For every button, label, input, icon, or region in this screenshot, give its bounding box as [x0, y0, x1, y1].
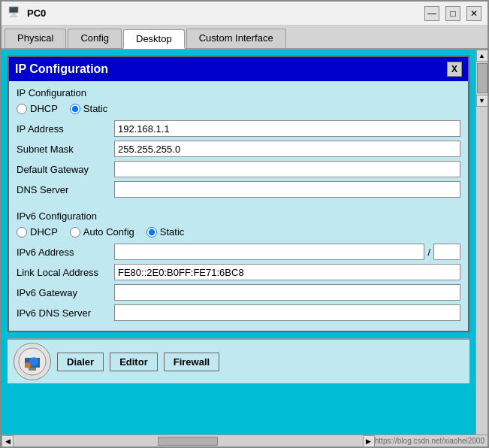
default-gateway-label: Default Gateway — [17, 164, 114, 175]
pc-icon — [14, 343, 51, 380]
title-bar-left: 🖥️ PC0 — [8, 6, 46, 21]
ip-config-header: IP Configuration X — [9, 57, 468, 81]
tab-config[interactable]: Config — [68, 29, 122, 48]
hscroll-track — [14, 435, 363, 446]
ipv6-dhcp-radio[interactable] — [17, 227, 27, 238]
auto-config-radio[interactable] — [70, 227, 80, 238]
dns-server-row: DNS Server — [17, 181, 460, 198]
ipv6-dns-row: IPv6 DNS Server — [17, 304, 460, 321]
default-gateway-row: Default Gateway — [17, 161, 460, 177]
ipv6-prefix-input[interactable] — [433, 244, 460, 260]
section-divider — [17, 201, 460, 210]
static-label: Static — [83, 103, 108, 114]
ipv4-mode-row: DHCP Static — [17, 103, 460, 114]
ipv6-static-label: Static — [160, 226, 185, 238]
ipv6-dns-input[interactable] — [114, 304, 460, 321]
vertical-scrollbar[interactable]: ▲ ▼ — [475, 50, 487, 434]
ipv6-dns-label: IPv6 DNS Server — [17, 307, 114, 319]
main-panel: IP Configuration X IP Configuration DHCP — [2, 50, 475, 434]
subnet-mask-input[interactable] — [114, 141, 460, 157]
content-area: IP Configuration X IP Configuration DHCP — [2, 50, 487, 434]
ip-address-input[interactable] — [114, 120, 460, 137]
subnet-mask-label: Subnet Mask — [17, 144, 114, 155]
ipv6-dhcp-option[interactable]: DHCP — [17, 226, 58, 238]
tab-custom-interface[interactable]: Custom Interface — [186, 29, 286, 48]
subnet-mask-row: Subnet Mask — [17, 141, 460, 157]
ipv6-gateway-input[interactable] — [114, 284, 460, 301]
auto-config-option[interactable]: Auto Config — [70, 226, 134, 238]
ipv6-static-option[interactable]: Static — [146, 226, 185, 238]
ip-config-title: IP Configuration — [15, 62, 108, 76]
link-local-label: Link Local Address — [17, 267, 114, 278]
app-icon: 🖥️ — [8, 6, 23, 21]
ipv6-static-radio[interactable] — [146, 227, 157, 238]
dhcp-option[interactable]: DHCP — [17, 103, 58, 114]
close-button[interactable]: ✕ — [466, 6, 481, 21]
dhcp-radio[interactable] — [17, 104, 27, 114]
ipv6-address-row: IPv6 Address / — [17, 244, 460, 260]
firewall-button[interactable]: Firewall — [164, 353, 219, 371]
ip-config-dialog: IP Configuration X IP Configuration DHCP — [8, 56, 469, 332]
ip-config-body: IP Configuration DHCP Static IP Address — [9, 81, 468, 331]
ipv6-address-label: IPv6 Address — [17, 247, 114, 258]
auto-config-label: Auto Config — [83, 226, 134, 238]
scroll-down-button[interactable]: ▼ — [476, 95, 488, 107]
bottom-toolbar: Dialer Editor Firewall — [8, 338, 469, 383]
slash-separator: / — [427, 247, 430, 258]
title-bar: 🖥️ PC0 — □ ✕ — [2, 2, 487, 26]
dns-server-label: DNS Server — [17, 184, 114, 195]
section1-title: IP Configuration — [17, 87, 460, 98]
tab-desktop[interactable]: Desktop — [123, 29, 185, 49]
dhcp-label: DHCP — [30, 103, 58, 114]
window-title: PC0 — [27, 8, 46, 19]
ipv6-dhcp-label: DHCP — [30, 226, 58, 238]
dns-server-input[interactable] — [114, 181, 460, 198]
pc-icon-svg — [17, 347, 47, 377]
ipv6-gateway-label: IPv6 Gateway — [17, 287, 114, 298]
main-window: 🖥️ PC0 — □ ✕ Physical Config Desktop Cus… — [0, 0, 489, 448]
ipv6-address-input[interactable] — [114, 244, 424, 260]
static-radio[interactable] — [70, 104, 80, 114]
link-local-row: Link Local Address — [17, 264, 460, 280]
minimize-button[interactable]: — — [424, 6, 439, 21]
default-gateway-input[interactable] — [114, 161, 460, 177]
hscroll-right-button[interactable]: ▶ — [363, 435, 375, 447]
ipv6-address-inputs: / — [114, 244, 460, 260]
maximize-button[interactable]: □ — [445, 6, 460, 21]
watermark: https://blog.csdn.net/xiaohei2000 — [375, 437, 484, 445]
link-local-input[interactable] — [114, 264, 460, 280]
static-option[interactable]: Static — [70, 103, 108, 114]
ip-address-label: IP Address — [17, 123, 114, 135]
section2-title: IPv6 Configuration — [17, 210, 460, 222]
svg-point-2 — [29, 357, 38, 366]
ipv6-gateway-row: IPv6 Gateway — [17, 284, 460, 301]
hscroll-thumb[interactable] — [158, 437, 218, 446]
dialer-button[interactable]: Dialer — [57, 353, 104, 371]
title-controls: — □ ✕ — [424, 6, 481, 21]
ip-config-close-button[interactable]: X — [447, 62, 462, 77]
scroll-thumb[interactable] — [477, 63, 487, 93]
horizontal-scrollbar[interactable]: ◀ ▶ https://blog.csdn.net/xiaohei2000 — [2, 434, 487, 446]
ipv6-mode-row: DHCP Auto Config Static — [17, 226, 460, 238]
tab-bar: Physical Config Desktop Custom Interface — [2, 26, 487, 50]
editor-button[interactable]: Editor — [110, 353, 158, 371]
scroll-up-button[interactable]: ▲ — [476, 50, 488, 62]
tab-physical[interactable]: Physical — [5, 29, 66, 48]
hscroll-left-button[interactable]: ◀ — [2, 435, 14, 447]
ip-address-row: IP Address — [17, 120, 460, 137]
